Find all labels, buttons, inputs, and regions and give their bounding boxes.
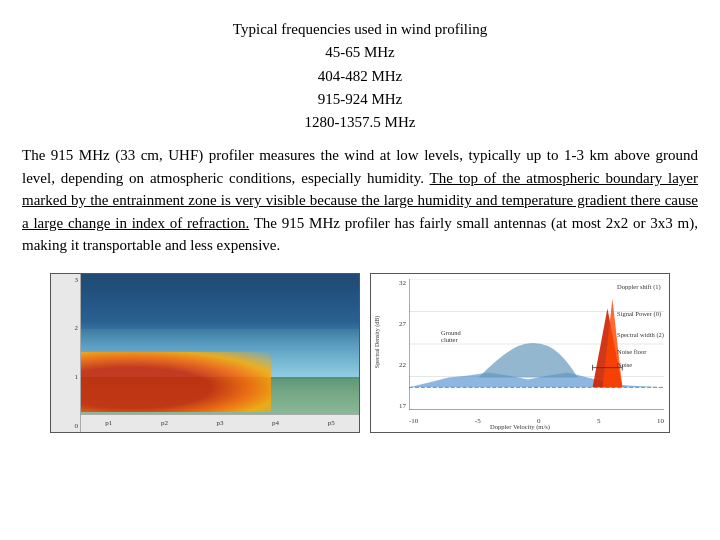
body-paragraph: The 915 MHz (33 cm, UHF) profiler measur… [22,144,698,257]
y-label-3: 1 [75,373,79,381]
x-neg5: -5 [475,417,481,425]
label-spectral-width: Spectral width (2) [617,330,664,339]
y-label-bot: 0 [75,422,79,430]
y-22: 22 [399,361,406,369]
right-y-axis-title: Spectral Density (dB) [371,274,383,410]
label-ground-clutter: Groundclutter [441,329,461,343]
left-x-axis: p1 p2 p3 p4 p5 [81,414,359,432]
y-17: 17 [399,402,406,410]
header-line4: 915-924 MHz [22,88,698,111]
x-label-1: p1 [105,419,112,427]
header-section: Typical frequencies used in wind profili… [22,18,698,134]
right-chart-labels: Doppler shift (1) Signal Power (0) Spect… [617,282,664,369]
y-label-top: 3 [75,276,79,284]
x-label-2: p2 [161,419,168,427]
label-doppler-shift: Doppler shift (1) [617,282,664,291]
header-line1: Typical frequencies used in wind profili… [22,18,698,41]
images-row: 3 2 1 0 p1 p2 p3 p4 p5 32 27 22 17 [22,273,698,433]
header-line3: 404-482 MHz [22,65,698,88]
y-32: 32 [399,279,406,287]
x-axis-title: Doppler Velocity (m/s) [490,423,550,430]
y-27: 27 [399,320,406,328]
label-signal-power: Signal Power (0) [617,309,664,318]
y-label-2: 2 [75,324,79,332]
label-noise: Noise [617,360,664,369]
header-line5: 1280-1357.5 MHz [22,111,698,134]
left-img-red-overlay [71,352,271,412]
x-neg10: -10 [409,417,418,425]
left-radar-image: 3 2 1 0 p1 p2 p3 p4 p5 [50,273,360,433]
header-line2: 45-65 MHz [22,41,698,64]
x-label-5: p5 [328,419,335,427]
x-label-3: p3 [216,419,223,427]
x-5: 5 [597,417,601,425]
left-y-axis: 3 2 1 0 [51,274,81,432]
page: Typical frequencies used in wind profili… [0,0,720,540]
x-label-4: p4 [272,419,279,427]
right-doppler-chart: 32 27 22 17 Spectral Density (dB) [370,273,670,433]
x-10: 10 [657,417,664,425]
left-img-top-band [51,274,359,329]
right-y-label-text: Spectral Density (dB) [374,316,380,368]
label-noise-floor: Noise floor [617,347,664,356]
